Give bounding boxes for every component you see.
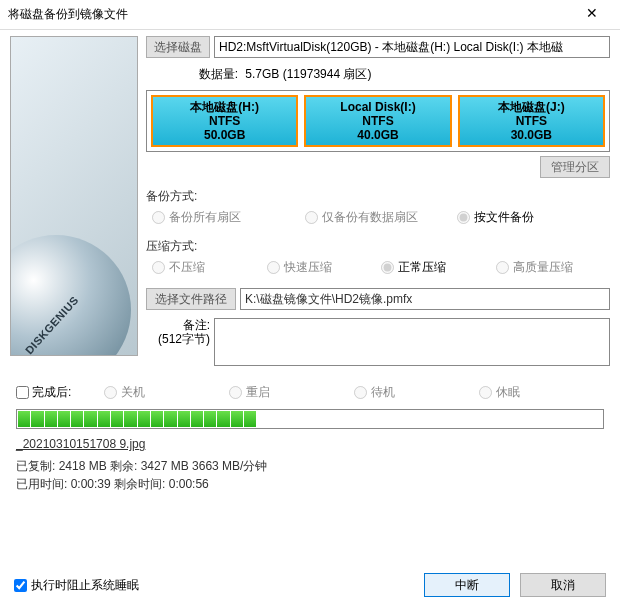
radio-option[interactable]: 不压缩 [152,259,267,276]
radio-option[interactable]: 备份所有扇区 [152,209,305,226]
radio-option[interactable]: 高质量压缩 [496,259,611,276]
select-path-button[interactable]: 选择文件路径 [146,288,236,310]
titlebar: 将磁盘备份到镜像文件 ✕ [0,0,620,30]
radio-option[interactable]: 快速压缩 [267,259,382,276]
backup-mode-radios: 备份所有扇区仅备份有数据扇区按文件备份 [146,209,610,226]
partition-block[interactable]: 本地磁盘(H:)NTFS50.0GB [151,95,298,147]
radio-option[interactable]: 休眠 [479,384,604,401]
close-icon[interactable]: ✕ [572,1,612,29]
partition-block[interactable]: 本地磁盘(J:)NTFS30.0GB [458,95,605,147]
disk-field[interactable]: HD2:MsftVirtualDisk(120GB) - 本地磁盘(H:) Lo… [214,36,610,58]
data-amount: 数据量: 5.7GB (11973944 扇区) [146,64,610,84]
after-done-checkbox[interactable]: 完成后: [16,384,104,401]
sidebar-image: DISKGENIUS [10,36,138,356]
partition-block[interactable]: Local Disk(I:)NTFS40.0GB [304,95,451,147]
radio-option[interactable]: 重启 [229,384,354,401]
radio-option[interactable]: 按文件备份 [457,209,610,226]
prevent-sleep-checkbox[interactable]: 执行时阻止系统睡眠 [14,577,414,594]
partition-map: 本地磁盘(H:)NTFS50.0GBLocal Disk(I:)NTFS40.0… [146,90,610,152]
path-field[interactable]: K:\磁盘镜像文件\HD2镜像.pmfx [240,288,610,310]
brand-label: DISKGENIUS [23,294,81,356]
current-file: _20210310151708 9.jpg [16,437,604,451]
abort-button[interactable]: 中断 [424,573,510,597]
radio-option[interactable]: 关机 [104,384,229,401]
remark-label: 备注: (512字节) [146,318,210,346]
status-line-2: 已用时间: 0:00:39 剩余时间: 0:00:56 [16,475,604,493]
manage-partitions-button[interactable]: 管理分区 [540,156,610,178]
remark-textarea[interactable] [214,318,610,366]
progress-bar [16,409,604,429]
window-title: 将磁盘备份到镜像文件 [8,6,572,23]
radio-option[interactable]: 待机 [354,384,479,401]
after-done-radios: 关机重启待机休眠 [104,384,604,401]
backup-mode-label: 备份方式: [146,188,610,205]
radio-option[interactable]: 仅备份有数据扇区 [305,209,458,226]
compress-mode-label: 压缩方式: [146,238,610,255]
cancel-button[interactable]: 取消 [520,573,606,597]
select-disk-button[interactable]: 选择磁盘 [146,36,210,58]
compress-mode-radios: 不压缩快速压缩正常压缩高质量压缩 [146,259,610,276]
radio-option[interactable]: 正常压缩 [381,259,496,276]
status-line-1: 已复制: 2418 MB 剩余: 3427 MB 3663 MB/分钟 [16,457,604,475]
